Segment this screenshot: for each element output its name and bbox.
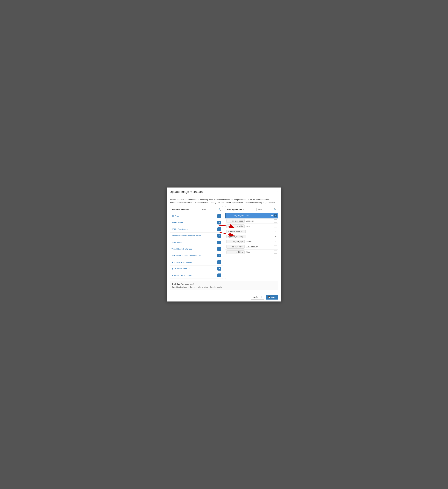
available-search-button[interactable]: 🔍 bbox=[218, 208, 221, 211]
list-item-label: QEMU Guest Agent bbox=[171, 228, 188, 230]
meta-key: os_glance_importing... bbox=[226, 235, 246, 238]
meta-key: os_glance_failed_im... bbox=[226, 230, 245, 233]
add-runtime-env-button[interactable]: + bbox=[217, 260, 221, 264]
available-list: OS Type + Pointer Model + QEMU Guest Age… bbox=[170, 213, 223, 279]
list-item-label: Video Model bbox=[171, 241, 182, 243]
info-box-title: Disk Bus (hw_disk_bus) bbox=[172, 283, 276, 285]
list-item-label: Virtual Network Interface bbox=[171, 248, 192, 250]
list-item[interactable]: QEMU Guest Agent + bbox=[170, 226, 223, 233]
remove-os-glance-importing-button[interactable]: − bbox=[274, 235, 277, 238]
list-item-label: ❯ Shutdown Behavior bbox=[171, 268, 190, 270]
remove-os-distro-button[interactable]: − bbox=[274, 225, 277, 228]
add-shutdown-behavior-button[interactable]: + bbox=[217, 267, 221, 270]
list-item[interactable]: ❯ Runtime Environment + bbox=[170, 259, 223, 266]
existing-header: Existing Metadata 🔍 bbox=[225, 206, 278, 213]
meta-key: hw_disk_bus bbox=[227, 214, 245, 217]
list-item-label: ❯ Virtual CPU Topology bbox=[171, 274, 192, 277]
meta-key: hw_scsi_model bbox=[226, 219, 244, 223]
existing-column: Existing Metadata 🔍 hw_disk_bus scsi bbox=[225, 206, 278, 279]
cancel-button[interactable]: ✕ Cancel bbox=[251, 295, 264, 300]
list-item[interactable]: Virtual Network Interface + bbox=[170, 246, 223, 252]
existing-search-button[interactable]: 🔍 bbox=[274, 208, 277, 211]
existing-title: Existing Metadata bbox=[227, 208, 244, 211]
available-filter-row: 🔍 bbox=[201, 208, 221, 211]
add-rng-button[interactable]: + bbox=[217, 234, 221, 238]
meta-key: os_hash_value bbox=[226, 245, 244, 249]
existing-item-os-hash-value[interactable]: os_hash_value 20127c11d5a4... − bbox=[225, 244, 278, 250]
save-icon: 💾 bbox=[268, 296, 270, 298]
meta-key: os_hash_algo bbox=[226, 240, 244, 243]
save-button[interactable]: 💾 Save bbox=[266, 295, 278, 300]
add-vni-button[interactable]: + bbox=[217, 247, 221, 251]
list-item[interactable]: Virtual Performance Monitoring Unit + bbox=[170, 252, 223, 259]
meta-value: virtio-scsi bbox=[245, 219, 273, 222]
add-video-model-button[interactable]: + bbox=[217, 241, 221, 244]
close-button[interactable]: × bbox=[277, 190, 278, 193]
existing-item-hw-scsi-model[interactable]: hw_scsi_model virtio-scsi − bbox=[225, 219, 278, 224]
modal-overlay: Update Image Metadata × You can specify … bbox=[0, 0, 448, 489]
existing-item-hw-disk-bus[interactable]: hw_disk_bus scsi virtio ide usb − bbox=[225, 213, 278, 219]
add-vpmu-button[interactable]: + bbox=[217, 254, 221, 257]
remove-hw-disk-bus-button[interactable]: − bbox=[274, 214, 277, 217]
meta-value: sha512 bbox=[245, 240, 273, 243]
available-title: Available Metadata bbox=[171, 208, 189, 211]
add-pointer-model-button[interactable]: + bbox=[217, 221, 221, 224]
info-box: Disk Bus (hw_disk_bus) Specifies the typ… bbox=[170, 281, 278, 290]
list-item[interactable]: ❯ Virtual CPU Topology + bbox=[170, 272, 223, 279]
modal: Update Image Metadata × You can specify … bbox=[167, 187, 281, 302]
existing-item-os-distro[interactable]: os_distro alma − bbox=[225, 224, 278, 229]
modal-title: Update Image Metadata bbox=[170, 190, 203, 194]
meta-key: os_distro bbox=[226, 224, 244, 228]
list-item-label: Pointer Model bbox=[171, 221, 183, 224]
meta-key: os_hidden bbox=[226, 250, 244, 254]
info-box-description: Specifies the type of disk controller to… bbox=[172, 286, 276, 288]
add-qemu-guest-agent-button[interactable]: + bbox=[217, 228, 221, 231]
meta-value bbox=[246, 236, 273, 237]
modal-header: Update Image Metadata × bbox=[167, 187, 281, 196]
remove-os-glance-failed-button[interactable]: − bbox=[274, 230, 277, 233]
remove-os-hidden-button[interactable]: − bbox=[274, 251, 277, 254]
list-item-label: Random Number Generator Device bbox=[171, 235, 201, 237]
remove-os-hash-algo-button[interactable]: − bbox=[274, 240, 277, 243]
modal-footer: ✕ Cancel 💾 Save bbox=[167, 293, 281, 302]
existing-item-os-glance-failed[interactable]: os_glance_failed_im... − bbox=[225, 229, 278, 234]
save-label: Save bbox=[271, 296, 276, 298]
hw-disk-bus-select[interactable]: scsi virtio ide usb bbox=[245, 214, 273, 217]
remove-hw-scsi-model-button[interactable]: − bbox=[274, 220, 277, 222]
meta-value: false bbox=[245, 250, 273, 254]
existing-item-os-hash-algo[interactable]: os_hash_algo sha512 − bbox=[225, 239, 278, 244]
add-os-type-button[interactable]: + bbox=[217, 214, 221, 218]
available-column: Available Metadata 🔍 OS Type + bbox=[170, 206, 223, 279]
meta-value bbox=[246, 231, 273, 232]
list-item-label: ❯ Runtime Environment bbox=[171, 261, 192, 263]
available-header: Available Metadata 🔍 bbox=[170, 206, 223, 213]
list-item-label: Virtual Performance Monitoring Unit bbox=[171, 254, 202, 257]
list-item-label: OS Type bbox=[171, 215, 179, 217]
existing-filter-row: 🔍 bbox=[256, 208, 277, 211]
list-item[interactable]: Random Number Generator Device + bbox=[170, 233, 223, 239]
add-vcpu-topology-button[interactable]: + bbox=[217, 274, 221, 277]
existing-filter-input[interactable] bbox=[256, 208, 273, 211]
meta-value: 20127c11d5a4... bbox=[245, 245, 273, 248]
meta-value: alma bbox=[245, 224, 273, 228]
modal-body: You can specify resource metadata by mov… bbox=[167, 196, 281, 293]
description-text: You can specify resource metadata by mov… bbox=[170, 198, 278, 204]
available-filter-input[interactable] bbox=[201, 208, 218, 211]
existing-item-os-glance-importing[interactable]: os_glance_importing... − bbox=[225, 234, 278, 239]
columns-container: Available Metadata 🔍 OS Type + bbox=[170, 206, 278, 279]
remove-os-hash-value-button[interactable]: − bbox=[274, 245, 277, 248]
list-item[interactable]: OS Type + bbox=[170, 213, 223, 220]
existing-list: hw_disk_bus scsi virtio ide usb − hw_sc bbox=[225, 213, 278, 279]
list-item[interactable]: ❯ Shutdown Behavior + bbox=[170, 266, 223, 272]
list-item[interactable]: Video Model + bbox=[170, 239, 223, 246]
existing-item-os-hidden[interactable]: os_hidden false − bbox=[225, 250, 278, 255]
list-item[interactable]: Pointer Model + bbox=[170, 220, 223, 226]
